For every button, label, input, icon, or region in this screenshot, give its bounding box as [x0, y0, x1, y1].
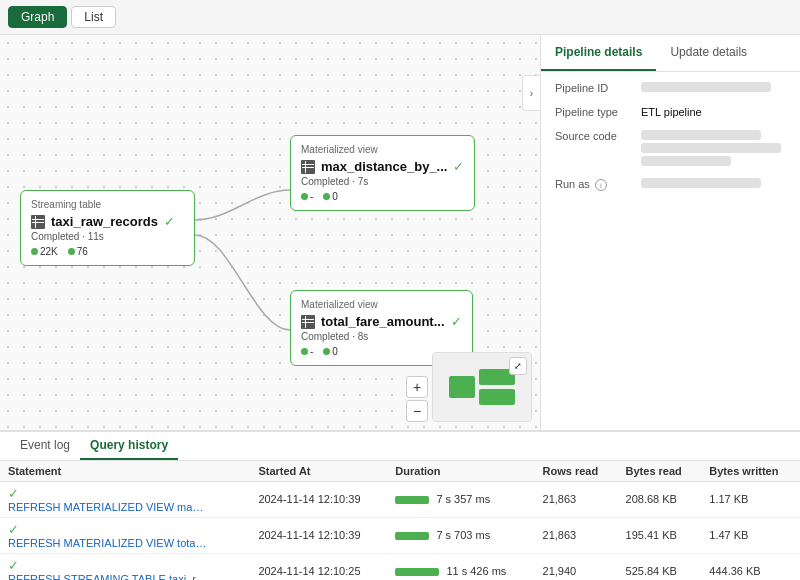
cell-duration-0: 7 s 357 ms — [387, 481, 534, 517]
pipeline-type-label: Pipeline type — [555, 106, 635, 118]
minimap-node-source — [449, 376, 475, 398]
cell-started-at-0: 2024-11-14 12:10:39 — [250, 481, 387, 517]
source-code-label: Source code — [555, 130, 635, 142]
stat-dot-4 — [323, 193, 330, 200]
row-status-icon-0: ✓ — [8, 486, 19, 501]
source-stat1: 22K — [40, 246, 58, 257]
duration-bar-2 — [395, 568, 439, 576]
node2-stat1: - — [310, 346, 313, 357]
node2-title: total_fare_amount... — [321, 314, 445, 329]
run-as-row: Run as i — [555, 178, 786, 191]
pipeline-type-value: ETL pipeline — [641, 106, 786, 118]
minimap: ⤢ — [432, 352, 532, 422]
cell-bytes-written-0: 1.17 KB — [701, 481, 800, 517]
node1-stats: - 0 — [301, 191, 464, 202]
source-node-stats: 22K 76 — [31, 246, 184, 257]
col-bytes-written: Bytes written — [701, 461, 800, 482]
node1-check-icon: ✓ — [453, 159, 464, 174]
tab-pipeline-details[interactable]: Pipeline details — [541, 35, 656, 71]
source-code-row: Source code — [555, 130, 786, 166]
tab-update-details[interactable]: Update details — [656, 35, 761, 71]
cell-started-at-1: 2024-11-14 12:10:39 — [250, 517, 387, 553]
source-node-label: Streaming table — [31, 199, 184, 210]
graph-canvas: Streaming table taxi_raw_records ✓ Compl… — [0, 35, 540, 430]
source-code-blurred-1 — [641, 130, 761, 140]
node1-label: Materialized view — [301, 144, 464, 155]
zoom-in-button[interactable]: + — [406, 376, 428, 398]
cell-bytes-read-2: 525.84 KB — [618, 553, 702, 580]
source-code-blurred-3 — [641, 156, 731, 166]
zoom-out-button[interactable]: − — [406, 400, 428, 422]
source-code-blurred-2 — [641, 143, 781, 153]
table-row: ✓ REFRESH MATERIALIZED VIEW max_di... 20… — [0, 481, 800, 517]
pipeline-id-value — [641, 82, 786, 94]
col-rows-read: Rows read — [535, 461, 618, 482]
graph-tab[interactable]: Graph — [8, 6, 67, 28]
cell-started-at-2: 2024-11-14 12:10:25 — [250, 553, 387, 580]
cell-bytes-written-1: 1.47 KB — [701, 517, 800, 553]
duration-bar-0 — [395, 496, 429, 504]
node2-check-icon: ✓ — [451, 314, 462, 329]
node1[interactable]: Materialized view max_distance_by_... ✓ … — [290, 135, 475, 211]
table-icon-node2 — [301, 315, 315, 329]
tab-event-log[interactable]: Event log — [10, 432, 80, 460]
panel-tabs: Pipeline details Update details — [541, 35, 800, 72]
run-as-blurred — [641, 178, 761, 188]
expand-minimap-button[interactable]: ⤢ — [509, 357, 527, 375]
run-as-info-icon: i — [595, 179, 607, 191]
bottom-tabs: Event log Query history — [0, 432, 800, 461]
table-icon — [31, 215, 45, 229]
stat-dot-1 — [31, 248, 38, 255]
cell-statement-0: ✓ REFRESH MATERIALIZED VIEW max_di... — [0, 481, 250, 517]
stat-dot-2 — [68, 248, 75, 255]
source-code-value — [641, 130, 786, 166]
cell-statement-1: ✓ REFRESH MATERIALIZED VIEW total_fa... — [0, 517, 250, 553]
node1-status: Completed · 7s — [301, 176, 464, 187]
row-status-icon-2: ✓ — [8, 558, 19, 573]
source-node-title: taxi_raw_records — [51, 214, 158, 229]
col-bytes-read: Bytes read — [618, 461, 702, 482]
tab-query-history[interactable]: Query history — [80, 432, 178, 460]
pipeline-id-blurred — [641, 82, 771, 92]
right-panel: Pipeline details Update details Pipeline… — [540, 35, 800, 430]
col-duration: Duration — [387, 461, 534, 482]
node2-header: total_fare_amount... ✓ — [301, 314, 462, 329]
col-started-at: Started At — [250, 461, 387, 482]
stat-dot-3 — [301, 193, 308, 200]
cell-duration-1: 7 s 703 ms — [387, 517, 534, 553]
source-node-header: taxi_raw_records ✓ — [31, 214, 184, 229]
query-history-table: Statement Started At Duration Rows read … — [0, 461, 800, 580]
node2-status: Completed · 8s — [301, 331, 462, 342]
zoom-controls: + − — [406, 376, 428, 422]
cell-statement-2: ✓ REFRESH STREAMING TABLE taxi_raw... — [0, 553, 250, 580]
cell-bytes-read-0: 208.68 KB — [618, 481, 702, 517]
pipeline-id-row: Pipeline ID — [555, 82, 786, 94]
table-row: ✓ REFRESH STREAMING TABLE taxi_raw... 20… — [0, 553, 800, 580]
statement-link-1[interactable]: REFRESH MATERIALIZED VIEW total_fa... — [8, 537, 208, 549]
cell-duration-2: 11 s 426 ms — [387, 553, 534, 580]
table-icon-node1 — [301, 160, 315, 174]
statement-link-2[interactable]: REFRESH STREAMING TABLE taxi_raw... — [8, 573, 208, 580]
source-node[interactable]: Streaming table taxi_raw_records ✓ Compl… — [20, 190, 195, 266]
top-tab-bar: Graph List — [0, 0, 800, 35]
node1-title: max_distance_by_... — [321, 159, 447, 174]
node1-stat2: 0 — [332, 191, 338, 202]
node2-stat2: 0 — [332, 346, 338, 357]
node1-stat1: - — [310, 191, 313, 202]
table-header-row: Statement Started At Duration Rows read … — [0, 461, 800, 482]
cell-bytes-written-2: 444.36 KB — [701, 553, 800, 580]
col-statement: Statement — [0, 461, 250, 482]
minimap-node-2 — [479, 389, 515, 405]
list-tab[interactable]: List — [71, 6, 116, 28]
collapse-panel-button[interactable]: › — [522, 75, 540, 111]
bottom-section: Event log Query history Statement Starte… — [0, 430, 800, 580]
statement-link-0[interactable]: REFRESH MATERIALIZED VIEW max_di... — [8, 501, 208, 513]
table-row: ✓ REFRESH MATERIALIZED VIEW total_fa... … — [0, 517, 800, 553]
cell-rows-read-0: 21,863 — [535, 481, 618, 517]
cell-rows-read-2: 21,940 — [535, 553, 618, 580]
cell-rows-read-1: 21,863 — [535, 517, 618, 553]
run-as-value — [641, 178, 786, 190]
pipeline-type-row: Pipeline type ETL pipeline — [555, 106, 786, 118]
query-history-table-container[interactable]: Statement Started At Duration Rows read … — [0, 461, 800, 580]
cell-bytes-read-1: 195.41 KB — [618, 517, 702, 553]
